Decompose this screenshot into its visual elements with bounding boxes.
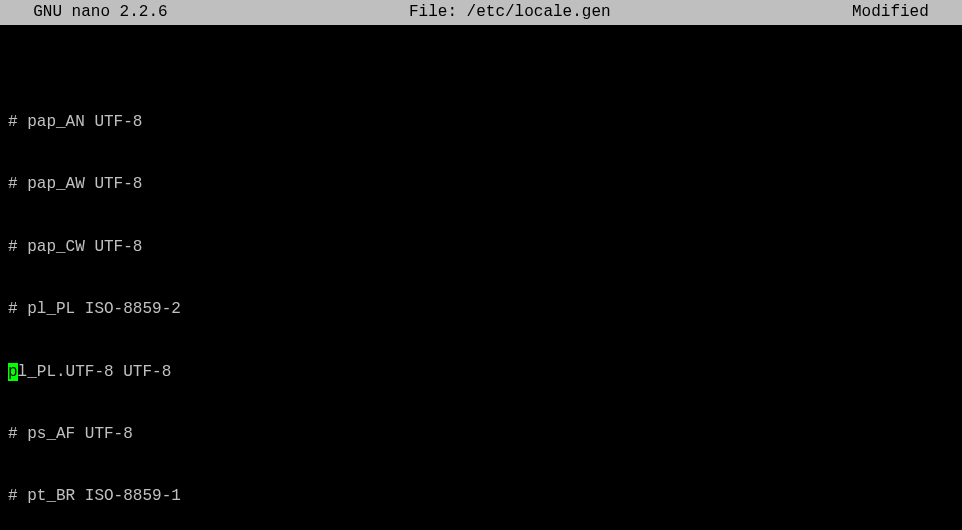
cursor-line-rest: l_PL.UTF-8 UTF-8	[18, 363, 172, 381]
editor-cursor-line: pl_PL.UTF-8 UTF-8	[8, 362, 954, 383]
editor-area[interactable]: # pap_AN UTF-8 # pap_AW UTF-8 # pap_CW U…	[0, 25, 962, 530]
editor-line: # pl_PL ISO-8859-2	[8, 299, 954, 320]
app-title: GNU nano 2.2.6	[14, 2, 168, 23]
editor-line: # pap_CW UTF-8	[8, 237, 954, 258]
editor-line: # pap_AW UTF-8	[8, 174, 954, 195]
editor-line: # ps_AF UTF-8	[8, 424, 954, 445]
cursor: p	[8, 363, 18, 381]
titlebar: GNU nano 2.2.6 File: /etc/locale.gen Mod…	[0, 0, 962, 25]
modified-status: Modified	[852, 2, 948, 23]
editor-line: # pap_AN UTF-8	[8, 112, 954, 133]
editor-line: # pt_BR ISO-8859-1	[8, 486, 954, 507]
file-path: File: /etc/locale.gen	[409, 2, 611, 23]
